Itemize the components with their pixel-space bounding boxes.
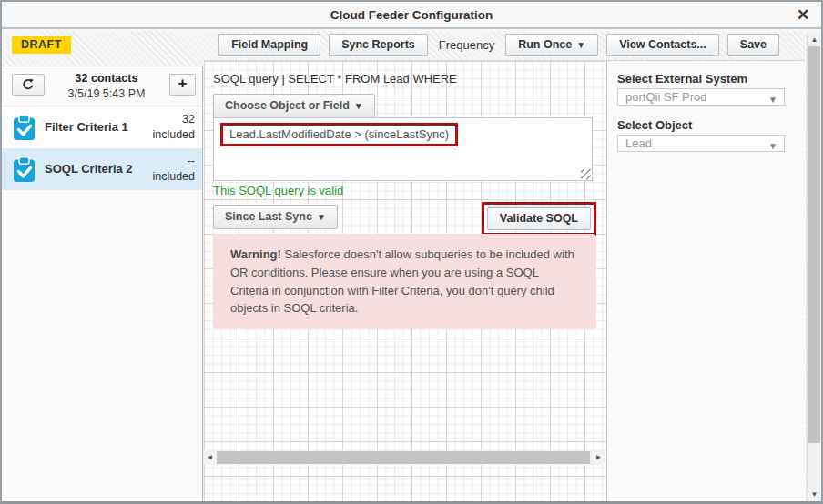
soql-query-textarea[interactable]: Lead.LastModifiedDate > (sinceLastSync) (213, 117, 593, 181)
chevron-down-icon: ▼ (576, 40, 585, 50)
add-criteria-button[interactable]: + (169, 74, 196, 96)
sidebar-item-filter-criteria[interactable]: Filter Criteria 1 32 included (2, 106, 202, 148)
soql-query-header: SOQL query | SELECT * FROM Lead WHERE (213, 72, 457, 86)
criteria-label: SOQL Criteria 2 (45, 162, 133, 176)
chevron-down-icon: ▼ (317, 212, 326, 222)
close-icon[interactable]: ✕ (793, 5, 813, 25)
scroll-up-icon[interactable]: ▲ (808, 34, 821, 45)
contacts-count: 32 contacts (49, 71, 164, 86)
horizontal-scrollbar[interactable]: ◄ ► (204, 450, 605, 465)
chevron-down-icon: ▼ (354, 101, 363, 111)
cloud-feeder-dialog: Cloud Feeder Configuration ✕ DRAFT Field… (0, 0, 823, 504)
dialog-body: DRAFT Field Mapping Sync Reports Frequen… (2, 31, 821, 501)
chevron-down-icon: ▼ (768, 92, 777, 107)
vertical-scrollbar[interactable]: ▲ ▼ (807, 33, 821, 501)
warning-text: Salesforce doesn't allow subqueries to b… (230, 247, 574, 315)
since-last-sync-dropdown[interactable]: Since Last Sync▼ (213, 205, 338, 229)
clipboard-check-icon (13, 115, 36, 141)
scroll-right-icon[interactable]: ► (593, 450, 605, 465)
choose-object-or-field-dropdown[interactable]: Choose Object or Field▼ (213, 94, 375, 118)
resize-handle[interactable] (581, 169, 591, 179)
object-label: Select Object (617, 118, 692, 132)
validate-soql-annotation: Validate SOQL (482, 202, 596, 236)
validation-success-message: This SOQL query is valid (213, 184, 343, 197)
chevron-down-icon: ▼ (768, 138, 777, 154)
scroll-down-icon[interactable]: ▼ (808, 489, 821, 500)
system-selection-panel: Select External System portQii SF Prod ▼… (607, 60, 805, 501)
vertical-scrollbar-thumb[interactable] (808, 46, 820, 443)
sync-reports-button[interactable]: Sync Reports (329, 34, 428, 56)
criteria-included-count: 32 included (152, 112, 195, 142)
contacts-summary: 32 contacts 3/5/19 5:43 PM (49, 71, 164, 102)
object-select[interactable]: Lead ▼ (617, 135, 785, 152)
criteria-included-count: -- included (152, 154, 195, 184)
validate-soql-button[interactable]: Validate SOQL (487, 207, 591, 230)
warning-message: Warning! Salesforce doesn't allow subque… (213, 234, 596, 329)
contacts-timestamp: 3/5/19 5:43 PM (49, 86, 164, 102)
field-mapping-button[interactable]: Field Mapping (218, 34, 320, 56)
soql-action-row: Since Last Sync▼ Validate SOQL (213, 202, 596, 230)
dialog-title: Cloud Feeder Configuration (2, 2, 821, 29)
criteria-sidebar: 32 contacts 3/5/19 5:43 PM + Filter Crit… (2, 66, 203, 501)
save-button[interactable]: Save (727, 34, 779, 56)
warning-title: Warning! (230, 247, 281, 261)
toolbar-buttons: Field Mapping Sync Reports Frequency Run… (218, 34, 779, 55)
run-once-dropdown[interactable]: Run Once▼ (505, 34, 598, 56)
soql-query-text-annotated: Lead.LastModifiedDate > (sinceLastSync) (220, 123, 458, 146)
frequency-label: Frequency (436, 38, 497, 52)
toolbar: DRAFT Field Mapping Sync Reports Frequen… (2, 31, 805, 58)
external-system-select[interactable]: portQii SF Prod ▼ (617, 88, 785, 106)
sidebar-item-soql-criteria[interactable]: SOQL Criteria 2 -- included (2, 148, 202, 190)
scroll-left-icon[interactable]: ◄ (204, 450, 216, 465)
soql-editor-panel: SOQL query | SELECT * FROM Lead WHERE Ch… (204, 60, 607, 501)
refresh-button[interactable] (12, 74, 45, 96)
clipboard-check-icon (13, 156, 36, 183)
refresh-icon (21, 77, 36, 92)
status-badge: DRAFT (12, 36, 71, 54)
external-system-label: Select External System (617, 72, 747, 86)
horizontal-scrollbar-thumb[interactable] (217, 451, 590, 464)
criteria-label: Filter Criteria 1 (45, 120, 128, 134)
view-contacts-button[interactable]: View Contacts... (606, 34, 719, 56)
title-bar: Cloud Feeder Configuration ✕ (2, 2, 821, 29)
plus-icon: + (178, 75, 188, 93)
sidebar-header: 32 contacts 3/5/19 5:43 PM + (2, 66, 202, 106)
